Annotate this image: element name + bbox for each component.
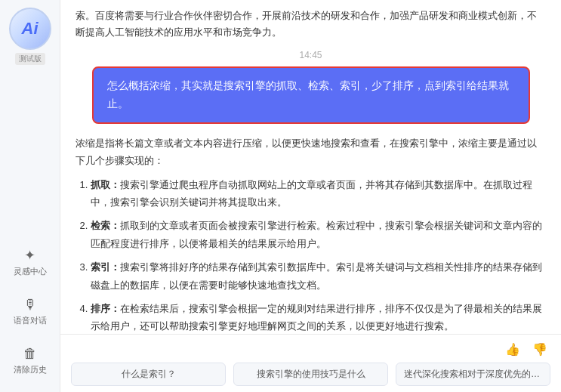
sidebar-item-inspiration[interactable]: ✦ 灵感中心 [0,244,60,280]
step-2: 检索：抓取到的文章或者页面会被搜索引擎进行检索。检索过程中，搜索引擎会根据关键词… [91,217,546,252]
continuation-text: 索。百度将需要与行业合作伙伴密切合作，开展前沿技术的研发和合作，加强产品研发和商… [76,8,546,41]
main-panel: 索。百度将需要与行业合作伙伴密切合作，开展前沿技术的研发和合作，加强产品研发和商… [60,0,561,392]
step-4-content: 在检索结果后，搜索引擎会根据一定的规则对结果进行排序，排序不仅仅是为了得最相关的… [91,303,542,332]
inspiration-icon: ✦ [24,247,35,264]
logo: Ai [9,8,51,50]
sidebar-label-inspiration: 灵感中心 [14,266,47,277]
suggestion-3[interactable]: 迷代深化搜索相对于深度优先的优势是什么 [396,363,550,386]
sidebar-item-clear[interactable]: 🗑 清除历史 [0,343,60,378]
step-2-title: 检索： [91,220,120,231]
thumbs-up-icon[interactable]: 👍 [502,341,523,358]
step-3-title: 索引： [91,261,120,273]
user-message-container: 怎么概括浓缩，其实就是搜索引擎的抓取、检索、索引，少了排序，点到索引给结果就止。 [76,66,546,124]
sidebar-item-voice[interactable]: 🎙 语音对话 [0,294,60,329]
suggestion-2[interactable]: 搜索引擎的使用技巧是什么 [233,363,388,386]
step-4-title: 排序： [91,303,120,314]
sidebar-label-clear: 清除历史 [14,364,47,375]
step-1-title: 抓取： [91,179,120,190]
ai-intro-text: 浓缩是指将长篇文章或者文本内容进行压缩，以便更快速地搜索和查看，在搜索引擎中，浓… [76,134,546,170]
chat-area[interactable]: 索。百度将需要与行业合作伙伴密切合作，开展前沿技术的研发和合作，加强产品研发和商… [60,0,561,334]
thumbs-down-icon[interactable]: 👎 [529,341,550,358]
clear-icon: 🗑 [23,346,37,362]
step-4: 排序：在检索结果后，搜索引擎会根据一定的规则对结果进行排序，排序不仅仅是为了得最… [91,300,546,334]
sidebar-label-voice: 语音对话 [14,315,47,326]
voice-icon: 🎙 [23,297,37,313]
user-message-bubble: 怎么概括浓缩，其实就是搜索引擎的抓取、检索、索引，少了排序，点到索引给结果就止。 [92,66,530,124]
ai-response: 浓缩是指将长篇文章或者文本内容进行压缩，以便更快速地搜索和查看，在搜索引擎中，浓… [76,134,546,334]
step-3-content: 搜索引擎将排好序的结果存储到其索引数据库中。索引是将关键词与文档相关性排序的结果… [91,261,542,290]
step-1: 抓取：搜索引擎通过爬虫程序自动抓取网站上的文章或者页面，并将其存储到其数据库中。… [91,176,546,211]
steps-list: 抓取：搜索引擎通过爬虫程序自动抓取网站上的文章或者页面，并将其存储到其数据库中。… [76,176,546,334]
logo-text: Ai [22,19,39,39]
sidebar: Ai 测试版 ✦ 灵感中心 🎙 语音对话 🗑 清除历史 [0,0,60,392]
step-1-content: 搜索引擎通过爬虫程序自动抓取网站上的文章或者页面，并将其存储到其数据库中。在抓取… [91,179,532,208]
message-timestamp: 14:45 [76,50,546,60]
bottom-bar: 👍 👎 什么是索引？ 搜索引擎的使用技巧是什么 迷代深化搜索相对于深度优先的优势… [60,334,561,392]
suggestions-bar: 什么是索引？ 搜索引擎的使用技巧是什么 迷代深化搜索相对于深度优先的优势是什么 [71,363,550,386]
action-bar: 👍 👎 [71,341,550,358]
suggestion-1[interactable]: 什么是索引？ [71,363,226,386]
step-2-content: 抓取到的文章或者页面会被搜索引擎进行检索。检索过程中，搜索引擎会根据关键词和文章… [91,220,542,248]
version-badge: 测试版 [15,53,45,65]
step-3: 索引：搜索引擎将排好序的结果存储到其索引数据库中。索引是将关键词与文档相关性排序… [91,258,546,294]
